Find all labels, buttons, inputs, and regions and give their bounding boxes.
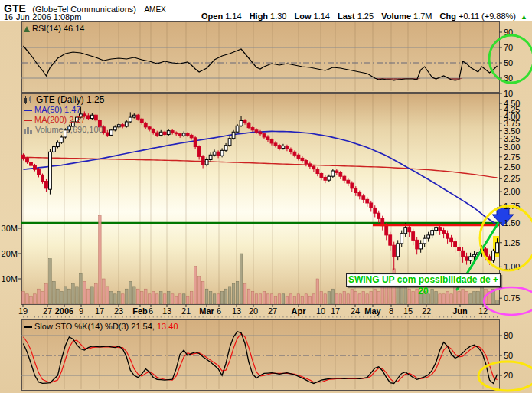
- low-label: Low: [295, 11, 312, 21]
- quote-summary: Open1.14 High1.30 Low1.14 Last1.25 Volum…: [196, 11, 527, 21]
- chart-header: GTE (GlobeTel Communications) AMEX 16-Ju…: [0, 0, 532, 21]
- ma50-legend-text: MA(50) 1.47: [34, 105, 81, 115]
- sto-d-value: 13.40: [157, 322, 178, 332]
- open-value: 1.14: [225, 11, 241, 21]
- sto-line-icon: [24, 326, 32, 328]
- high-value: 1.30: [270, 11, 286, 21]
- volume-label: Volume: [381, 11, 411, 21]
- volume-legend-text: Volume 1,690,100: [35, 125, 103, 135]
- rsi-legend: RSI(14) 46.14: [24, 24, 84, 34]
- open-label: Open: [201, 11, 223, 21]
- rsi-panel: [21, 21, 500, 93]
- volume-bars-icon: [24, 126, 35, 134]
- stochastic-legend: Slow STO %K(14) %D(3) 21.54, 13.40: [24, 322, 178, 332]
- chg-value: +0.11 (+9.88%): [459, 11, 516, 21]
- high-label: High: [250, 11, 268, 21]
- candlestick-icon: [24, 96, 36, 104]
- quote-datetime: 16-Jun-2006 1:08pm: [4, 12, 82, 21]
- swing-annotation: SWING UP com possibilidade de + 20: [346, 273, 501, 287]
- up-triangle-icon: ▲: [521, 13, 527, 21]
- volume-value: 1.7M: [413, 11, 432, 21]
- symbol-legend-text: GTE (Daily) 1.25: [36, 95, 104, 105]
- ma200-legend-text: MA(200) 2.27: [34, 115, 86, 125]
- low-value: 1.14: [314, 11, 330, 21]
- indicator-triangle-icon: [24, 26, 30, 32]
- exchange-label: AMEX: [144, 5, 165, 14]
- price-legend: GTE (Daily) 1.25 MA(50) 1.47 MA(200) 2.2…: [24, 95, 104, 135]
- last-value: 1.25: [357, 11, 374, 21]
- stockchart-page: { "header": { "symbol": "GTE", "company"…: [0, 0, 532, 393]
- chg-label: Chg: [440, 11, 456, 21]
- last-label: Last: [338, 11, 355, 21]
- ma50-line-icon: [24, 110, 32, 111]
- sto-legend-text: Slow STO %K(14) %D(3) 21.54,: [34, 322, 155, 332]
- ma200-line-icon: [24, 120, 32, 121]
- rsi-legend-text: RSI(14) 46.14: [32, 24, 84, 34]
